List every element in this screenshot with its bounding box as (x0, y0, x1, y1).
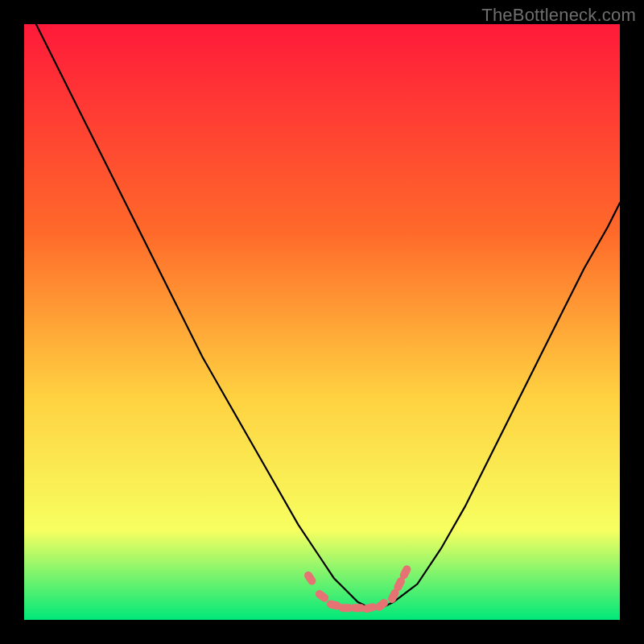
chart-svg (24, 24, 620, 620)
chart-frame: TheBottleneck.com (0, 0, 644, 644)
plot-area (24, 24, 620, 620)
gradient-background (24, 24, 620, 620)
attribution-label: TheBottleneck.com (481, 5, 636, 26)
